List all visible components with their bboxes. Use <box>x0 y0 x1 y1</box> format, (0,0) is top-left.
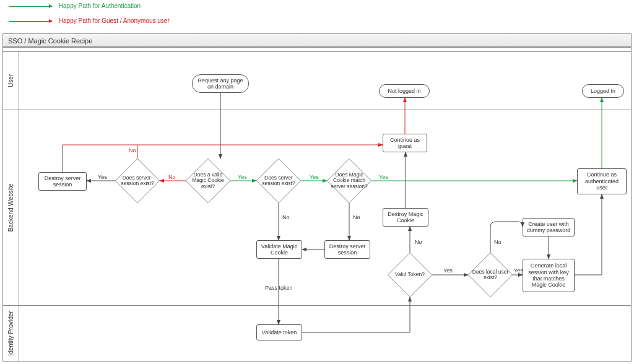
diagram-title: SSO / Magic Cookie Recipe <box>2 33 632 47</box>
legend-arrow-icon <box>9 6 52 7</box>
decision-valid-cookie: Does a valid Magic Cookie exist? <box>186 158 230 203</box>
node-continue-auth: Continue as authenticated user <box>577 168 627 194</box>
legend-auth: Happy Path for Authentication <box>9 2 141 9</box>
node-validate-token: Validate token <box>256 324 302 340</box>
label-yes: Yes <box>378 174 389 180</box>
label-no: No <box>493 239 503 245</box>
node-logged-in: Logged In <box>582 84 624 98</box>
label-no: No <box>414 239 423 245</box>
node-request-page: Request any page on domain <box>192 74 249 93</box>
label-yes: Yes <box>308 174 320 180</box>
lane-backend-label: Backend Website <box>3 110 19 305</box>
decision-valid-token: Valid Token? <box>388 253 432 297</box>
label-no: No <box>352 214 362 220</box>
legend-guest: Happy Path for Guest / Anonymous user <box>9 17 170 24</box>
diagram-canvas: Happy Path for Authentication .legend:nt… <box>0 0 634 364</box>
node-destroy-server-session: Destroy server session <box>38 172 87 191</box>
node-destroy-magic-cookie: Destroy Magic Cookie <box>383 208 428 227</box>
label-no: No <box>128 147 137 154</box>
lane-user-label: User <box>3 52 19 110</box>
node-not-logged-in: Not logged in <box>379 84 430 98</box>
decision-server-session-exist: Does server-session exist? <box>115 158 160 203</box>
legend-guest-label: Happy Path for Guest / Anonymous user <box>59 17 170 24</box>
label-yes: Yes <box>97 174 108 180</box>
label-no: No <box>281 214 291 220</box>
decision-cookie-match: Does Magic Cookie match server session? <box>327 158 371 203</box>
node-continue-guest: Continue as guest <box>383 134 427 152</box>
spacer-strip <box>2 47 632 52</box>
decision-server-session-exist-2: Does server session exist? <box>256 158 301 203</box>
node-validate-magic-cookie: Validate Magic Cookie <box>256 240 302 259</box>
lane-idp: Identity Provider <box>2 306 632 362</box>
node-destroy-server-session-2: Destroy server session <box>324 240 370 259</box>
lane-idp-label: Identity Provider <box>3 306 19 361</box>
legend-arrow-icon <box>9 21 52 22</box>
node-generate-session: Generate local session with key that mat… <box>523 259 575 292</box>
legend-auth-label: Happy Path for Authentication <box>59 2 141 9</box>
label-yes: Yes <box>513 267 524 274</box>
label-no: No <box>167 174 177 180</box>
label-yes: Yes <box>237 174 248 180</box>
lane-user: User <box>2 52 632 110</box>
decision-local-user-exist: Does local user exist? <box>468 253 513 297</box>
label-yes: Yes <box>442 267 454 274</box>
node-create-user: Create user with dummy password <box>523 218 575 236</box>
label-pass-token: Pass token <box>264 285 294 291</box>
